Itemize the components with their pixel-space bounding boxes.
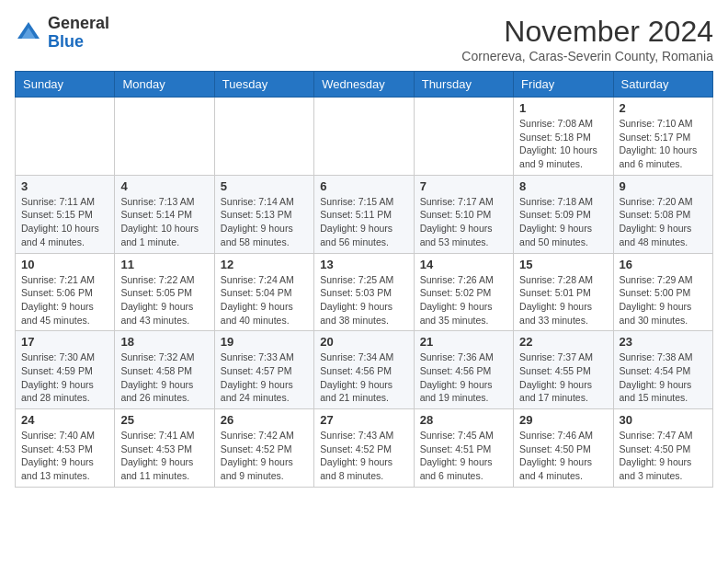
calendar-cell: 13Sunrise: 7:25 AM Sunset: 5:03 PM Dayli… [314, 253, 414, 331]
day-number: 24 [21, 413, 108, 427]
day-number: 7 [420, 179, 507, 193]
day-number: 10 [21, 258, 108, 271]
calendar-cell: 21Sunrise: 7:36 AM Sunset: 4:56 PM Dayli… [414, 331, 513, 409]
calendar-cell: 12Sunrise: 7:24 AM Sunset: 5:04 PM Dayli… [214, 253, 313, 331]
location-subtitle: Cornereva, Caras-Severin County, Romania [461, 49, 713, 63]
day-info: Sunrise: 7:21 AM Sunset: 5:06 PM Dayligh… [21, 273, 108, 327]
day-info: Sunrise: 7:11 AM Sunset: 5:15 PM Dayligh… [21, 195, 108, 249]
calendar-cell: 9Sunrise: 7:20 AM Sunset: 5:08 PM Daylig… [613, 175, 712, 253]
day-number: 20 [320, 335, 407, 349]
calendar-cell [115, 98, 214, 176]
day-info: Sunrise: 7:18 AM Sunset: 5:09 PM Dayligh… [519, 195, 607, 249]
day-number: 25 [120, 413, 208, 427]
calendar-cell: 18Sunrise: 7:32 AM Sunset: 4:58 PM Dayli… [115, 331, 214, 409]
calendar-cell: 7Sunrise: 7:17 AM Sunset: 5:10 PM Daylig… [414, 175, 513, 253]
day-info: Sunrise: 7:36 AM Sunset: 4:56 PM Dayligh… [420, 350, 507, 405]
calendar-cell: 1Sunrise: 7:08 AM Sunset: 5:18 PM Daylig… [514, 98, 613, 176]
day-info: Sunrise: 7:37 AM Sunset: 4:55 PM Dayligh… [519, 350, 607, 405]
day-info: Sunrise: 7:45 AM Sunset: 4:51 PM Dayligh… [420, 429, 507, 483]
day-number: 11 [120, 258, 208, 271]
calendar-cell [16, 98, 115, 176]
day-number: 23 [620, 335, 707, 349]
day-number: 22 [519, 335, 607, 349]
calendar-cell: 2Sunrise: 7:10 AM Sunset: 5:17 PM Daylig… [613, 98, 712, 176]
day-number: 2 [620, 101, 707, 115]
header-sunday: Sunday [16, 72, 115, 98]
calendar-cell: 14Sunrise: 7:26 AM Sunset: 5:02 PM Dayli… [414, 253, 513, 331]
calendar-cell: 23Sunrise: 7:38 AM Sunset: 4:54 PM Dayli… [613, 331, 712, 409]
day-info: Sunrise: 7:20 AM Sunset: 5:08 PM Dayligh… [620, 195, 707, 249]
day-number: 6 [320, 179, 407, 193]
day-number: 12 [221, 258, 308, 271]
day-number: 19 [221, 335, 308, 349]
calendar-cell: 10Sunrise: 7:21 AM Sunset: 5:06 PM Dayli… [16, 253, 115, 331]
day-info: Sunrise: 7:34 AM Sunset: 4:56 PM Dayligh… [320, 350, 407, 405]
day-info: Sunrise: 7:24 AM Sunset: 5:04 PM Dayligh… [221, 273, 308, 327]
calendar-cell: 22Sunrise: 7:37 AM Sunset: 4:55 PM Dayli… [514, 331, 613, 409]
header-wednesday: Wednesday [314, 72, 414, 98]
calendar-cell: 3Sunrise: 7:11 AM Sunset: 5:15 PM Daylig… [16, 175, 115, 253]
day-info: Sunrise: 7:15 AM Sunset: 5:11 PM Dayligh… [320, 195, 407, 249]
day-info: Sunrise: 7:25 AM Sunset: 5:03 PM Dayligh… [320, 273, 407, 327]
calendar-cell: 16Sunrise: 7:29 AM Sunset: 5:00 PM Dayli… [613, 253, 712, 331]
day-number: 16 [620, 258, 707, 271]
day-info: Sunrise: 7:14 AM Sunset: 5:13 PM Dayligh… [221, 195, 308, 249]
day-number: 13 [320, 258, 407, 271]
day-info: Sunrise: 7:41 AM Sunset: 4:53 PM Dayligh… [120, 429, 208, 483]
day-number: 5 [221, 179, 308, 193]
day-number: 28 [420, 413, 507, 427]
calendar-cell: 15Sunrise: 7:28 AM Sunset: 5:01 PM Dayli… [514, 253, 613, 331]
title-section: November 2024 Cornereva, Caras-Severin C… [461, 15, 713, 63]
day-number: 18 [120, 335, 208, 349]
calendar-table: SundayMondayTuesdayWednesdayThursdayFrid… [15, 71, 713, 488]
calendar-week-2: 3Sunrise: 7:11 AM Sunset: 5:15 PM Daylig… [16, 175, 713, 253]
day-number: 8 [519, 179, 607, 193]
day-info: Sunrise: 7:22 AM Sunset: 5:05 PM Dayligh… [120, 273, 208, 327]
header-tuesday: Tuesday [214, 72, 313, 98]
calendar-cell: 8Sunrise: 7:18 AM Sunset: 5:09 PM Daylig… [514, 175, 613, 253]
header-monday: Monday [115, 72, 214, 98]
calendar-cell [414, 98, 513, 176]
day-info: Sunrise: 7:28 AM Sunset: 5:01 PM Dayligh… [519, 273, 607, 327]
day-info: Sunrise: 7:10 AM Sunset: 5:17 PM Dayligh… [620, 117, 707, 171]
calendar-cell: 17Sunrise: 7:30 AM Sunset: 4:59 PM Dayli… [16, 331, 115, 409]
calendar-cell [314, 98, 414, 176]
day-number: 9 [620, 179, 707, 193]
day-number: 29 [519, 413, 607, 427]
calendar-cell: 28Sunrise: 7:45 AM Sunset: 4:51 PM Dayli… [414, 409, 513, 488]
day-info: Sunrise: 7:13 AM Sunset: 5:14 PM Dayligh… [120, 195, 208, 249]
calendar-cell: 24Sunrise: 7:40 AM Sunset: 4:53 PM Dayli… [16, 409, 115, 488]
day-number: 21 [420, 335, 507, 349]
header-friday: Friday [514, 72, 613, 98]
calendar-week-5: 24Sunrise: 7:40 AM Sunset: 4:53 PM Dayli… [16, 409, 713, 488]
calendar-cell: 30Sunrise: 7:47 AM Sunset: 4:50 PM Dayli… [613, 409, 712, 488]
header-thursday: Thursday [414, 72, 513, 98]
calendar-cell: 4Sunrise: 7:13 AM Sunset: 5:14 PM Daylig… [115, 175, 214, 253]
day-info: Sunrise: 7:42 AM Sunset: 4:52 PM Dayligh… [221, 429, 308, 483]
day-info: Sunrise: 7:46 AM Sunset: 4:50 PM Dayligh… [519, 429, 607, 483]
page-header: General Blue November 2024 Cornereva, Ca… [15, 15, 713, 63]
day-info: Sunrise: 7:32 AM Sunset: 4:58 PM Dayligh… [120, 350, 208, 405]
day-number: 14 [420, 258, 507, 271]
calendar-week-3: 10Sunrise: 7:21 AM Sunset: 5:06 PM Dayli… [16, 253, 713, 331]
logo-blue: Blue [48, 33, 109, 52]
day-number: 26 [221, 413, 308, 427]
day-info: Sunrise: 7:40 AM Sunset: 4:53 PM Dayligh… [21, 429, 108, 483]
day-number: 30 [620, 413, 707, 427]
day-number: 27 [320, 413, 407, 427]
month-title: November 2024 [461, 15, 713, 49]
calendar-cell: 5Sunrise: 7:14 AM Sunset: 5:13 PM Daylig… [214, 175, 313, 253]
calendar-header-row: SundayMondayTuesdayWednesdayThursdayFrid… [16, 72, 713, 98]
calendar-cell: 29Sunrise: 7:46 AM Sunset: 4:50 PM Dayli… [514, 409, 613, 488]
calendar-cell [214, 98, 313, 176]
day-info: Sunrise: 7:43 AM Sunset: 4:52 PM Dayligh… [320, 429, 407, 483]
header-saturday: Saturday [613, 72, 712, 98]
day-info: Sunrise: 7:47 AM Sunset: 4:50 PM Dayligh… [620, 429, 707, 483]
day-info: Sunrise: 7:33 AM Sunset: 4:57 PM Dayligh… [221, 350, 308, 405]
calendar-week-1: 1Sunrise: 7:08 AM Sunset: 5:18 PM Daylig… [16, 98, 713, 176]
logo-icon [15, 19, 42, 47]
day-info: Sunrise: 7:30 AM Sunset: 4:59 PM Dayligh… [21, 350, 108, 405]
day-number: 3 [21, 179, 108, 193]
calendar-cell: 20Sunrise: 7:34 AM Sunset: 4:56 PM Dayli… [314, 331, 414, 409]
day-info: Sunrise: 7:29 AM Sunset: 5:00 PM Dayligh… [620, 273, 707, 327]
